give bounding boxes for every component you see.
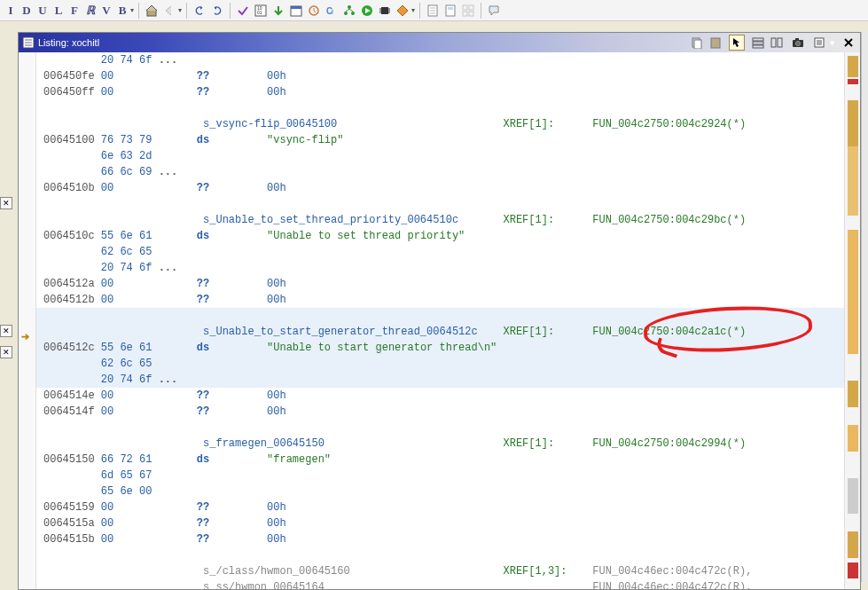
address[interactable]: 0064514f: [43, 405, 101, 418]
listing-row[interactable]: 0064512b 00 ?? 00h: [36, 292, 844, 308]
filter-letter-U[interactable]: U: [35, 3, 50, 19]
symbol-label[interactable]: s_vsync-flip_00645100: [203, 118, 503, 130]
listing-row[interactable]: [36, 100, 844, 116]
address[interactable]: 0064515b: [43, 533, 101, 546]
listing-row[interactable]: 0064514f 00 ?? 00h: [36, 404, 844, 420]
dropdown-icon[interactable]: ▾: [411, 6, 415, 14]
chat-icon[interactable]: [486, 3, 502, 19]
tree-icon[interactable]: [341, 3, 357, 19]
listing-row[interactable]: s_vsync-flip_00645100 XREF[1]: FUN_004c2…: [36, 116, 844, 132]
listing-row[interactable]: s_ss/hwmon_00645164 FUN_004c46ec:004c472…: [36, 579, 844, 589]
arrow-down-green-icon[interactable]: [270, 3, 286, 19]
listing-row[interactable]: 62 6c 65: [36, 356, 844, 372]
collapsed-panel-close[interactable]: ✕: [0, 197, 12, 209]
symbol-label[interactable]: s_ss/hwmon_00645164: [203, 581, 503, 589]
listing-row[interactable]: 0064515a 00 ?? 00h: [36, 515, 844, 531]
collapsed-panel-close[interactable]: ✕: [0, 346, 12, 358]
address[interactable]: 00645100: [43, 134, 101, 146]
sheet-icon[interactable]: [425, 3, 441, 19]
address[interactable]: 0064512b: [43, 294, 101, 306]
cf-icon[interactable]: Cf: [324, 3, 340, 19]
string-operand[interactable]: "framegen": [267, 453, 331, 466]
listing-row[interactable]: 20 74 6f ...: [36, 52, 844, 68]
boxes-icon[interactable]: [460, 3, 476, 19]
calendar-icon[interactable]: [288, 3, 304, 19]
address[interactable]: [43, 358, 101, 370]
listing-row[interactable]: [36, 420, 844, 436]
listing-code-area[interactable]: 20 74 6f ...006450fe 00 ?? 00h006450ff 0…: [36, 52, 844, 589]
collapsed-panel-close[interactable]: ✕: [0, 325, 12, 337]
address[interactable]: [43, 485, 101, 498]
symbol-label[interactable]: s_framegen_00645150: [203, 437, 503, 450]
address[interactable]: 00645159: [43, 501, 101, 514]
binary-icon[interactable]: 1001: [253, 3, 269, 19]
filter-letter-V[interactable]: V: [99, 3, 113, 19]
listing-row[interactable]: [36, 547, 844, 563]
play-icon[interactable]: [359, 3, 375, 19]
home-icon[interactable]: [144, 3, 160, 19]
listing-row[interactable]: 20 74 6f ...: [36, 372, 844, 388]
more-indicator[interactable]: ...: [159, 374, 178, 386]
redo-icon[interactable]: [209, 3, 225, 19]
symbol-label[interactable]: s_Unable_to_start_generator_thread_00645…: [203, 326, 503, 338]
address[interactable]: [43, 374, 101, 386]
filter-letter-K[interactable]: ℝ: [83, 3, 98, 19]
snapshot-icon[interactable]: [790, 35, 806, 51]
xref-link[interactable]: FUN_004c2750:004c29bc(*): [592, 214, 746, 226]
address[interactable]: 0064514e: [43, 389, 101, 402]
address[interactable]: [43, 54, 101, 67]
diff-icon[interactable]: [769, 35, 785, 51]
xref-link[interactable]: FUN_004c2750:004c2994(*): [592, 437, 746, 450]
listing-row[interactable]: 6e 63 2d: [36, 148, 844, 164]
address[interactable]: 0064515a: [43, 517, 101, 530]
listing-row[interactable]: [36, 196, 844, 212]
page-icon[interactable]: [442, 3, 458, 19]
filter-letter-F[interactable]: F: [67, 3, 82, 19]
filter-letter-D[interactable]: D: [20, 3, 34, 19]
listing-row[interactable]: 0064512c 55 6e 61 ds "Unable to start ge…: [36, 340, 844, 356]
address[interactable]: [43, 166, 101, 178]
dropdown-icon[interactable]: ▾: [178, 6, 182, 14]
listing-row[interactable]: 0064510c 55 6e 61 ds "Unable to set thre…: [36, 228, 844, 244]
copy-icon[interactable]: [689, 35, 705, 51]
more-indicator[interactable]: ...: [159, 262, 178, 274]
listing-row[interactable]: s_Unable_to_set_thread_priority_0064510c…: [36, 212, 844, 228]
address[interactable]: 006450ff: [43, 86, 101, 98]
dropdown-icon[interactable]: ▾: [130, 6, 134, 14]
listing-row[interactable]: s_framegen_00645150 XREF[1]: FUN_004c275…: [36, 436, 844, 452]
listing-row[interactable]: 6d 65 67: [36, 468, 844, 484]
diamond-icon[interactable]: [395, 3, 411, 19]
listing-row[interactable]: 0064514e 00 ?? 00h: [36, 388, 844, 404]
symbol-label[interactable]: s_/class/hwmon_00645160: [203, 565, 503, 578]
filter-letter-I[interactable]: I: [4, 3, 18, 19]
address[interactable]: 00645150: [43, 453, 101, 466]
listing-row[interactable]: 65 6e 00: [36, 484, 844, 500]
overview-minimap[interactable]: [844, 52, 860, 589]
listing-row[interactable]: 00645100 76 73 79 ds "vsync-flip": [36, 132, 844, 148]
address[interactable]: 0064512c: [43, 342, 101, 354]
more-indicator[interactable]: ...: [159, 54, 178, 67]
listing-row[interactable]: s_/class/hwmon_00645160 XREF[1,3]: FUN_0…: [36, 563, 844, 579]
paste-icon[interactable]: [708, 35, 723, 51]
xref-link[interactable]: FUN_004c46ec:004c472c(R),: [592, 565, 752, 578]
close-icon[interactable]: [841, 35, 856, 51]
chip-icon[interactable]: [377, 3, 393, 19]
history-icon[interactable]: [306, 3, 322, 19]
filter-letter-L[interactable]: L: [51, 3, 66, 19]
listing-row[interactable]: 66 6c 69 ...: [36, 164, 844, 180]
undo-icon[interactable]: [192, 3, 207, 19]
listing-row[interactable]: 20 74 6f ...: [36, 260, 844, 276]
check-icon[interactable]: [235, 3, 251, 19]
fields-icon[interactable]: [750, 35, 766, 51]
listing-row[interactable]: 0064515b 00 ?? 00h: [36, 531, 844, 547]
string-operand[interactable]: "vsync-flip": [267, 134, 343, 146]
listing-row[interactable]: s_Unable_to_start_generator_thread_00645…: [36, 324, 844, 340]
address[interactable]: 0064510c: [43, 230, 101, 242]
listing-row[interactable]: 00645159 00 ?? 00h: [36, 500, 844, 515]
address[interactable]: 0064512a: [43, 278, 101, 290]
address[interactable]: [43, 246, 101, 258]
dropdown-icon[interactable]: ▾: [830, 37, 835, 49]
listing-row[interactable]: 006450ff 00 ?? 00h: [36, 84, 844, 100]
menu-icon[interactable]: [811, 35, 827, 51]
listing-row[interactable]: 006450fe 00 ?? 00h: [36, 68, 844, 84]
